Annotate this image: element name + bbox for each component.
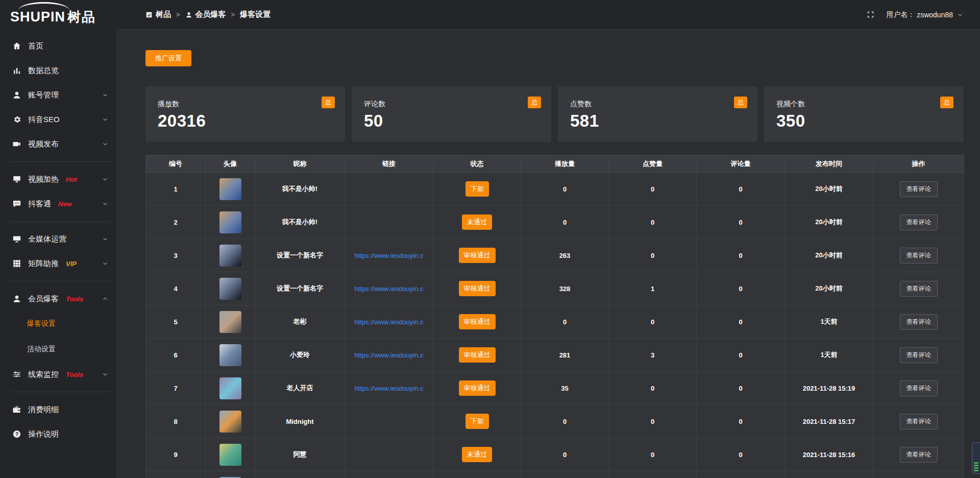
breadcrumb-item-baoke-settings[interactable]: 爆客设置	[240, 10, 271, 19]
sidebar-item-label: 抖音SEO	[28, 115, 60, 125]
stat-card-value: 50	[364, 111, 539, 131]
avatar-cell	[206, 438, 255, 471]
logo-text-en: SHUPIN	[10, 9, 65, 25]
comments-cell: 0	[697, 272, 785, 305]
sidebar-item-home[interactable]: 首页	[0, 34, 116, 58]
status-badge[interactable]: 审核通过	[459, 347, 496, 363]
link-cell: https://www.iesdouyin.c	[345, 272, 433, 305]
member-table: 编号头像昵称链接状态播放量点赞量评论量发布时间操作1我不是小帅!下架00020小…	[145, 155, 964, 478]
view-comments-button[interactable]: 查看评论	[900, 281, 938, 297]
sidebar-item-media-operation[interactable]: 全媒体运营	[0, 227, 116, 251]
profile-link[interactable]: https://www.iesdouyin.c	[345, 351, 433, 359]
link-cell: https://www.iesdouyin.c	[345, 339, 433, 372]
view-comments-button[interactable]: 查看评论	[900, 447, 938, 463]
nickname-cell: 阿慧	[255, 438, 345, 471]
publish-time-cell: 1天前	[785, 305, 873, 339]
sidebar-item-douyin-seo[interactable]: 抖音SEO	[0, 107, 116, 132]
status-badge[interactable]: 未通过	[462, 214, 492, 230]
status-badge[interactable]: 下架	[465, 181, 489, 197]
likes-cell: 0	[609, 372, 697, 405]
avatar[interactable]	[219, 211, 241, 233]
id-cell: 8	[146, 405, 206, 438]
stat-card-total-badge[interactable]: 总	[528, 97, 541, 108]
likes-cell	[609, 471, 697, 478]
sidebar-item-label: 消费明细	[28, 405, 59, 415]
status-badge[interactable]: 未通过	[462, 447, 492, 462]
avatar[interactable]	[219, 344, 241, 366]
avatar[interactable]	[219, 278, 241, 300]
avatar[interactable]	[219, 311, 241, 333]
sidebar-item-member-baoke[interactable]: 会员爆客Tools	[0, 286, 116, 311]
view-comments-button[interactable]: 查看评论	[900, 347, 938, 363]
comments-cell	[697, 471, 785, 478]
table-row: 1我不是小帅!下架00020小时前查看评论	[146, 173, 964, 206]
avatar[interactable]	[219, 444, 241, 466]
avatar[interactable]	[219, 411, 241, 433]
floating-widget-bars	[974, 461, 978, 471]
column-header: 播放量	[521, 155, 609, 173]
user-icon	[185, 11, 192, 18]
sidebar-item-matrix-boost[interactable]: 矩阵助推VIP	[0, 251, 116, 276]
sidebar-item-operation-guide[interactable]: ?操作说明	[0, 422, 116, 446]
sidebar-item-consumption-detail[interactable]: 消费明细	[0, 397, 116, 422]
sidebar-item-video-publish[interactable]: 视频发布	[0, 132, 116, 156]
comments-cell: 0	[697, 405, 785, 438]
view-comments-button[interactable]: 查看评论	[900, 181, 938, 197]
profile-link[interactable]: https://www.iesdouyin.c	[345, 285, 433, 293]
floating-widget[interactable]	[972, 442, 980, 474]
nickname-cell	[255, 471, 345, 478]
profile-link[interactable]: https://www.iesdouyin.c	[345, 252, 433, 259]
id-cell: 2	[146, 206, 206, 239]
breadcrumb-item-shupin[interactable]: 树品	[145, 10, 171, 19]
table-row: 5老彬https://www.iesdouyin.c审核通过0001天前查看评论	[146, 305, 964, 339]
status-badge[interactable]: 审核通过	[459, 380, 496, 396]
sidebar-item-label: 视频加热	[28, 175, 59, 184]
chevron-down-icon	[102, 260, 108, 267]
sidebar-item-video-heat[interactable]: 视频加热Hot	[0, 167, 116, 192]
stat-card-total-badge[interactable]: 总	[734, 97, 747, 108]
likes-cell: 0	[609, 405, 697, 438]
fullscreen-icon[interactable]	[866, 10, 875, 19]
sidebar-item-douketong[interactable]: 抖客通New	[0, 192, 116, 216]
status-badge[interactable]: 审核通过	[459, 281, 496, 296]
chevron-down-icon	[102, 201, 108, 207]
profile-link[interactable]: https://www.iesdouyin.c	[345, 385, 433, 392]
stat-card-total-badge[interactable]: 总	[940, 97, 953, 108]
sidebar-item-account-management[interactable]: 账号管理	[0, 83, 116, 107]
sidebar-item-data-overview[interactable]: 数据总览	[0, 58, 116, 83]
status-cell: 审核通过	[433, 339, 521, 372]
question-icon: ?	[12, 429, 21, 439]
view-comments-button[interactable]: 查看评论	[900, 214, 938, 230]
nickname-cell: 我不是小帅!	[255, 173, 345, 206]
sidebar-subitem-activity-settings[interactable]: 活动设置	[0, 337, 116, 362]
status-badge[interactable]: 审核通过	[459, 314, 496, 329]
publish-time-cell: 2021-11-28 15:19	[785, 372, 873, 405]
stat-card-total-badge[interactable]: 总	[322, 97, 335, 108]
view-comments-button[interactable]: 查看评论	[900, 314, 938, 330]
sidebar-item-clue-monitor[interactable]: 线索监控Tools	[0, 362, 116, 387]
sidebar-subitem-baoke-settings[interactable]: 爆客设置	[0, 311, 116, 337]
brand-logo[interactable]: SHUPIN 树品	[0, 0, 116, 34]
gear-icon	[12, 115, 21, 124]
status-badge[interactable]: 下架	[465, 414, 489, 429]
publish-time-cell: 20小时前	[785, 173, 873, 206]
likes-cell: 0	[609, 438, 697, 471]
view-comments-button[interactable]: 查看评论	[900, 380, 938, 396]
video-camera-icon	[12, 139, 21, 149]
status-badge[interactable]: 审核通过	[459, 248, 496, 263]
column-header: 评论量	[697, 155, 785, 173]
sidebar-divider	[9, 392, 111, 392]
view-comments-button[interactable]: 查看评论	[900, 414, 938, 429]
table-row: 10	[146, 471, 964, 478]
view-comments-button[interactable]: 查看评论	[900, 248, 938, 264]
avatar[interactable]	[219, 178, 241, 200]
promo-settings-button[interactable]: 推广设置	[145, 50, 191, 66]
profile-link[interactable]: https://www.iesdouyin.c	[345, 318, 433, 326]
user-menu[interactable]: 用户名： zswodun88	[886, 10, 963, 19]
avatar[interactable]	[219, 245, 241, 267]
sidebar-item-label: 操作说明	[28, 429, 59, 439]
avatar[interactable]	[219, 377, 241, 399]
breadcrumb-item-member-baoke[interactable]: 会员爆客	[185, 10, 226, 19]
breadcrumb-separator: >	[231, 11, 235, 18]
comments-cell: 0	[697, 305, 785, 339]
